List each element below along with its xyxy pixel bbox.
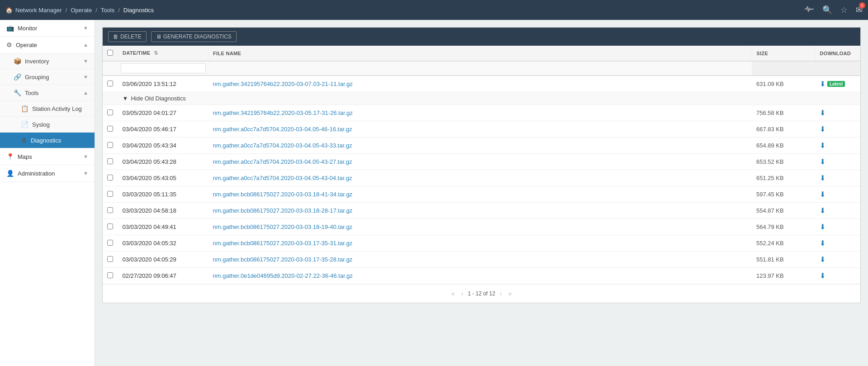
row-size-5: 651.25 KB — [752, 170, 815, 186]
sort-icon-datetime: ⇅ — [154, 50, 158, 56]
datetime-search-input[interactable] — [121, 63, 206, 73]
row-checkbox-9[interactable] — [107, 240, 113, 246]
row-filename-3[interactable]: nm.gather.a0cc7a7d5704.2020-03-04.05-43-… — [209, 138, 752, 154]
row-filename-0[interactable]: nm.gather.342195764b22.2020-03-07.03-21-… — [209, 76, 752, 92]
row-filename-6[interactable]: nm.gather.bcb086175027.2020-03-03.18-41-… — [209, 186, 752, 203]
row-filename-7[interactable]: nm.gather.bcb086175027.2020-03-03.18-28-… — [209, 203, 752, 219]
row-filename-11[interactable]: nm.gather.0e1de04695d9.2020-02-27.22-36-… — [209, 268, 752, 284]
top-nav: 🏠 Network Manager / Operate / Tools / Di… — [0, 0, 868, 20]
last-page-button[interactable]: » — [507, 289, 514, 298]
row-checkbox-5[interactable] — [107, 175, 113, 181]
row-filename-5[interactable]: nm.gather.a0cc7a7d5704.2020-03-04.05-43-… — [209, 170, 752, 186]
sidebar-item-inventory[interactable]: 📦 Inventory ▼ — [0, 53, 95, 69]
download-button-7[interactable]: ⬇ — [820, 206, 825, 215]
row-size-1: 756.58 KB — [752, 105, 815, 121]
download-button-1[interactable]: ⬇ — [820, 109, 825, 117]
row-checkbox-11[interactable] — [107, 272, 113, 278]
download-button-6[interactable]: ⬇ — [820, 190, 825, 199]
row-filename-8[interactable]: nm.gather.bcb086175027.2020-03-03.18-19-… — [209, 219, 752, 235]
breadcrumb-network-manager[interactable]: Network Manager — [15, 7, 62, 14]
download-col-label: DOWNLOAD — [820, 51, 851, 56]
generate-diagnostics-button[interactable]: 🖥 GENERATE DIAGNOSTICS — [151, 31, 237, 42]
search-icon[interactable]: 🔍 — [822, 5, 832, 15]
sidebar-label-station-activity-log: Station Activity Log — [32, 105, 82, 112]
row-download-8: ⬇ — [815, 219, 860, 235]
hide-old-toggle[interactable]: ▼ Hide Old Diagnostics — [123, 95, 856, 102]
breadcrumb-sep-3: / — [118, 7, 120, 14]
table-row: 03/06/2020 13:51:12 nm.gather.342195764b… — [103, 76, 860, 92]
row-checkbox-10[interactable] — [107, 256, 113, 262]
row-checkbox-6[interactable] — [107, 191, 113, 197]
table-row: 03/03/2020 05:11:35 nm.gather.bcb0861750… — [103, 186, 860, 203]
sidebar-item-diagnostics[interactable]: 🖥 Diagnostics — [0, 133, 95, 148]
row-datetime-8: 03/03/2020 04:49:41 — [118, 219, 209, 235]
sidebar-item-grouping[interactable]: 🔗 Grouping ▼ — [0, 69, 95, 85]
row-checkbox-7[interactable] — [107, 207, 113, 213]
download-button-11[interactable]: ⬇ — [820, 271, 825, 280]
table-row: 03/04/2020 05:43:34 nm.gather.a0cc7a7d57… — [103, 138, 860, 154]
row-download-9: ⬇ — [815, 235, 860, 252]
download-button-9[interactable]: ⬇ — [820, 239, 825, 247]
next-page-button[interactable]: › — [498, 289, 504, 298]
filename-col-label: FILE NAME — [213, 51, 241, 56]
row-filename-4[interactable]: nm.gather.a0cc7a7d5704.2020-03-04.05-43-… — [209, 154, 752, 170]
sidebar-item-operate[interactable]: ⚙ Operate ▲ — [0, 37, 95, 53]
row-checkbox-2[interactable] — [107, 126, 113, 132]
delete-button[interactable]: 🗑 DELETE — [108, 31, 147, 42]
table-row: 03/03/2020 04:58:18 nm.gather.bcb0861750… — [103, 203, 860, 219]
diagnostics-table: DATE/TIME ⇅ FILE NAME SIZE DOWNLOAD — [103, 46, 860, 284]
row-download-0: ⬇ Latest — [815, 76, 860, 92]
row-checkbox-1[interactable] — [107, 109, 113, 115]
table-body: 03/06/2020 13:51:12 nm.gather.342195764b… — [103, 76, 860, 284]
inventory-icon: 📦 — [14, 57, 21, 65]
download-button-10[interactable]: ⬇ — [820, 255, 825, 264]
row-filename-9[interactable]: nm.gather.bcb086175027.2020-03-03.17-35-… — [209, 235, 752, 252]
row-datetime-11: 02/27/2020 09:06:47 — [118, 268, 209, 284]
col-header-datetime[interactable]: DATE/TIME ⇅ — [118, 46, 209, 61]
row-filename-10[interactable]: nm.gather.bcb086175027.2020-03-03.17-35-… — [209, 252, 752, 268]
hide-old-label: Hide Old Diagnostics — [131, 95, 185, 102]
prev-page-button[interactable]: ‹ — [459, 289, 465, 298]
sidebar-item-syslog[interactable]: 📄 Syslog — [0, 117, 95, 133]
row-checkbox-3[interactable] — [107, 142, 113, 148]
sidebar-item-administration[interactable]: 👤 Administration ▼ — [0, 165, 95, 182]
chevron-grouping: ▼ — [83, 74, 88, 80]
home-icon: 🏠 — [5, 7, 13, 14]
table-row: 03/03/2020 04:49:41 nm.gather.bcb0861750… — [103, 219, 860, 235]
toolbar: 🗑 DELETE 🖥 GENERATE DIAGNOSTICS — [103, 28, 860, 46]
download-button-0[interactable]: ⬇ — [820, 80, 825, 88]
download-button-8[interactable]: ⬇ — [820, 223, 825, 231]
sidebar-item-tools[interactable]: 🔧 Tools ▲ — [0, 85, 95, 101]
download-button-5[interactable]: ⬇ — [820, 174, 825, 182]
sidebar-item-maps[interactable]: 📍 Maps ▼ — [0, 148, 95, 165]
row-checkbox-4[interactable] — [107, 158, 113, 164]
download-button-2[interactable]: ⬇ — [820, 125, 825, 133]
row-download-11: ⬇ — [815, 268, 860, 284]
sidebar-item-monitor[interactable]: 📺 Monitor ▼ — [0, 20, 95, 37]
sidebar-item-station-activity-log[interactable]: 📋 Station Activity Log — [0, 101, 95, 117]
row-download-5: ⬇ — [815, 170, 860, 186]
select-all-checkbox[interactable] — [107, 50, 113, 56]
hide-old-row: ▼ Hide Old Diagnostics — [103, 92, 860, 105]
col-header-filename: FILE NAME — [209, 46, 752, 61]
breadcrumb-sep-1: / — [66, 7, 67, 14]
row-checkbox-0[interactable] — [107, 81, 113, 86]
row-download-7: ⬇ — [815, 203, 860, 219]
breadcrumb-operate[interactable]: Operate — [71, 7, 92, 14]
chevron-monitor: ▼ — [83, 25, 88, 31]
download-button-4[interactable]: ⬇ — [820, 157, 825, 166]
breadcrumb-sep-2: / — [95, 7, 97, 14]
chevron-inventory: ▼ — [83, 58, 88, 64]
row-datetime-2: 03/04/2020 05:46:17 — [118, 121, 209, 138]
row-checkbox-8[interactable] — [107, 223, 113, 229]
row-filename-2[interactable]: nm.gather.a0cc7a7d5704.2020-03-04.05-46-… — [209, 121, 752, 138]
star-icon[interactable]: ☆ — [840, 5, 848, 15]
download-button-3[interactable]: ⬇ — [820, 141, 825, 150]
activity-icon[interactable] — [804, 5, 814, 15]
row-datetime-9: 03/03/2020 04:05:32 — [118, 235, 209, 252]
first-page-button[interactable]: « — [450, 289, 457, 298]
breadcrumb-tools[interactable]: Tools — [101, 7, 114, 14]
row-filename-1[interactable]: nm.gather.342195764b22.2020-03-05.17-31-… — [209, 105, 752, 121]
mail-icon[interactable]: ✉ 0 — [856, 5, 863, 15]
sidebar-label-diagnostics: Diagnostics — [31, 137, 61, 144]
